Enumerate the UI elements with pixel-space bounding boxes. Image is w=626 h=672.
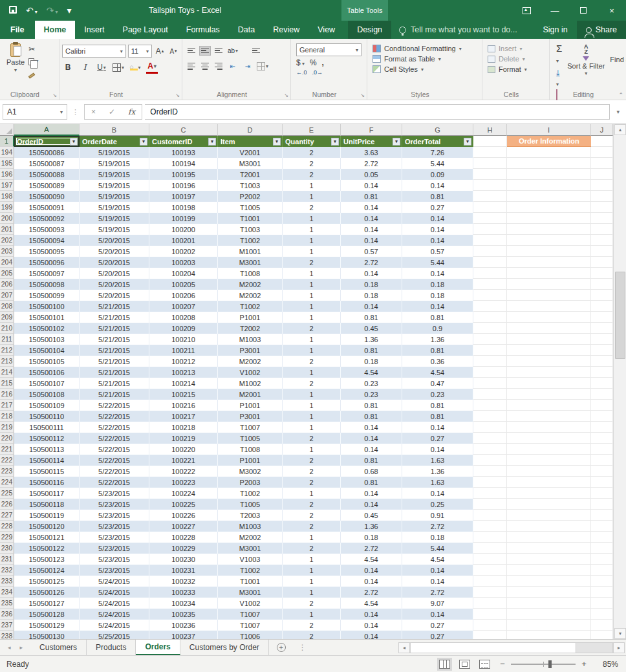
cell[interactable]: P2003: [218, 477, 283, 488]
cell[interactable]: [473, 554, 507, 565]
cell[interactable]: [591, 499, 613, 510]
cell[interactable]: [507, 499, 591, 510]
cell[interactable]: M2002: [218, 532, 283, 543]
tab-formulas[interactable]: Formulas: [177, 21, 229, 39]
collapse-ribbon-icon[interactable]: ⌃: [618, 92, 623, 98]
cell[interactable]: M3002: [218, 466, 283, 477]
filter-button[interactable]: ▾: [273, 138, 281, 146]
cell[interactable]: 0.27: [402, 620, 473, 631]
cell[interactable]: 150500087: [14, 158, 80, 169]
tab-review[interactable]: Review: [264, 21, 308, 39]
cell[interactable]: 2: [283, 158, 341, 169]
cell[interactable]: [591, 367, 613, 378]
cell[interactable]: 100234: [149, 598, 218, 609]
cell[interactable]: 150500104: [14, 345, 80, 356]
cell[interactable]: 0.23: [341, 378, 402, 389]
cell[interactable]: 150500094: [14, 235, 80, 246]
cell[interactable]: [591, 477, 613, 488]
cell[interactable]: 0.81: [341, 191, 402, 202]
cell[interactable]: [507, 301, 591, 312]
row-header-224[interactable]: 224: [0, 477, 14, 488]
row-header-238[interactable]: 238: [0, 631, 14, 639]
scroll-right-icon[interactable]: ▸: [613, 642, 625, 653]
cell[interactable]: 2.72: [341, 543, 402, 554]
cell[interactable]: 0.14: [402, 609, 473, 620]
expand-formula-bar-icon[interactable]: ▾: [612, 109, 623, 115]
cell[interactable]: [473, 301, 507, 312]
cell[interactable]: 5/21/2015: [80, 301, 149, 312]
cell[interactable]: 150500091: [14, 202, 80, 213]
cell[interactable]: 5/19/2015: [80, 191, 149, 202]
cell[interactable]: 5/21/2015: [80, 378, 149, 389]
cell[interactable]: [507, 587, 591, 598]
cell[interactable]: 0.18: [402, 290, 473, 301]
table-header-customerid[interactable]: CustomerID▾: [149, 136, 218, 147]
cell[interactable]: 150500120: [14, 521, 80, 532]
cell[interactable]: [507, 290, 591, 301]
cell[interactable]: 0.18: [341, 290, 402, 301]
cell[interactable]: [473, 389, 507, 400]
cell[interactable]: 100215: [149, 389, 218, 400]
cell[interactable]: T1005: [218, 433, 283, 444]
cell[interactable]: 0.14: [402, 422, 473, 433]
cell[interactable]: 0.14: [341, 444, 402, 455]
table-header-unitprice[interactable]: UnitPrice▾: [341, 136, 402, 147]
page-layout-view-icon[interactable]: [459, 660, 470, 669]
cell[interactable]: 150500092: [14, 213, 80, 224]
cell[interactable]: 150500103: [14, 334, 80, 345]
cell[interactable]: 2: [283, 499, 341, 510]
cell[interactable]: 100229: [149, 543, 218, 554]
cell[interactable]: [591, 422, 613, 433]
cell-styles-button[interactable]: Cell Styles ▾: [372, 65, 462, 73]
cell[interactable]: 2: [283, 257, 341, 268]
cell[interactable]: 5/21/2015: [80, 367, 149, 378]
row-header-205[interactable]: 205: [0, 268, 14, 279]
cell[interactable]: [507, 631, 591, 639]
cell[interactable]: [507, 532, 591, 543]
cell[interactable]: M3001: [218, 257, 283, 268]
decrease-decimal-icon[interactable]: .0→: [312, 69, 323, 76]
sheet-tab-products[interactable]: Products: [87, 640, 136, 655]
cell[interactable]: 5/23/2015: [80, 488, 149, 499]
row-header-216[interactable]: 216: [0, 389, 14, 400]
cell[interactable]: 5/21/2015: [80, 356, 149, 367]
cell[interactable]: 5/19/2015: [80, 158, 149, 169]
cell[interactable]: 100226: [149, 510, 218, 521]
cell[interactable]: P1001: [218, 312, 283, 323]
cell[interactable]: 0.9: [402, 323, 473, 334]
cell[interactable]: 5/19/2015: [80, 180, 149, 191]
tab-page-layout[interactable]: Page Layout: [114, 21, 177, 39]
row-header-234[interactable]: 234: [0, 587, 14, 598]
cell[interactable]: 5/24/2015: [80, 587, 149, 598]
cell[interactable]: [591, 279, 613, 290]
cell[interactable]: [507, 554, 591, 565]
cell[interactable]: M2001: [218, 389, 283, 400]
cell[interactable]: 1.36: [402, 334, 473, 345]
cell[interactable]: [507, 312, 591, 323]
cell[interactable]: T1007: [218, 609, 283, 620]
column-header-D[interactable]: D: [218, 124, 283, 136]
cell[interactable]: 0.81: [402, 312, 473, 323]
cell[interactable]: 1.36: [402, 466, 473, 477]
cell[interactable]: 0.14: [341, 609, 402, 620]
cell[interactable]: 5/21/2015: [80, 334, 149, 345]
cell[interactable]: 0.57: [402, 246, 473, 257]
maximize-button[interactable]: [569, 0, 598, 21]
tab-home[interactable]: Home: [35, 21, 76, 39]
cell[interactable]: 100198: [149, 202, 218, 213]
cell[interactable]: [591, 290, 613, 301]
column-header-A[interactable]: A: [14, 124, 80, 136]
cell[interactable]: T1007: [218, 422, 283, 433]
cell[interactable]: 5/22/2015: [80, 400, 149, 411]
cell[interactable]: 2: [283, 466, 341, 477]
cell[interactable]: 0.09: [402, 169, 473, 180]
save-icon[interactable]: [9, 6, 17, 15]
cell[interactable]: [507, 345, 591, 356]
cell[interactable]: M3001: [218, 543, 283, 554]
cell[interactable]: [473, 433, 507, 444]
cell[interactable]: [473, 543, 507, 554]
cell[interactable]: 5/19/2015: [80, 147, 149, 158]
cell[interactable]: [591, 510, 613, 521]
cell[interactable]: [473, 213, 507, 224]
cell[interactable]: 0.27: [402, 202, 473, 213]
